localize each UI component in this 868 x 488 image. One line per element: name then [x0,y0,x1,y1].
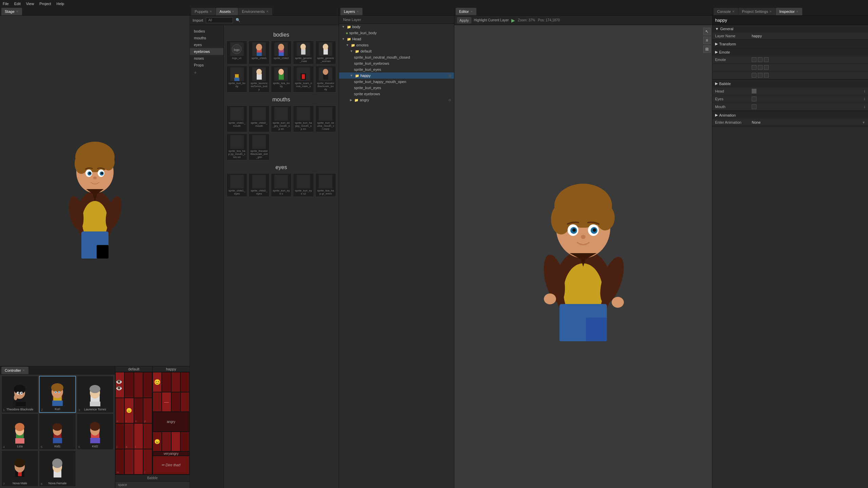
emote-checkbox-2[interactable] [758,57,763,62]
tool-grid[interactable]: ⊞ [703,45,711,53]
layer-sprite-kuri-body[interactable]: ■ sprite_kuri_body [339,30,454,36]
layer-default-emote[interactable]: ▼ 📁 default [339,48,454,54]
sidebar-item-props[interactable]: Props [190,62,223,68]
new-layer-button[interactable]: New Layer [342,17,362,22]
layer-happy-eyes[interactable]: sprite_kuri_eyes [339,85,454,91]
layer-emotes[interactable]: ▼ 📁 emotes [339,42,454,48]
asset-kuri-eyes[interactable]: sprite_kuri_eye s [271,173,292,197]
layer-eyes-default[interactable]: sprite_kuri_eyes [339,66,454,73]
asset-sprite-liza-body[interactable]: sprite_liza_body [271,66,292,93]
layer-happy-mouth[interactable]: sprite_kuri_happy_mouth_open [339,79,454,85]
stage-tab-close-icon[interactable]: ✕ [16,10,19,13]
menu-project[interactable]: Project [39,2,51,6]
asset-child1-mouth[interactable]: sprite_child1_mouth [226,105,247,132]
tab-project-settings[interactable]: Project Settings ✕ [738,8,775,15]
tab-controller[interactable]: Controller ✕ [1,367,28,374]
asset-liza-mouth[interactable]: sprite_liza_hap py_mouth_clos ed [226,134,247,160]
sidebar-item-bodies[interactable]: bodies [190,28,223,35]
asset-sprite-generic-woman[interactable]: sprite_generic_woman [315,41,336,64]
controller-cell-4[interactable]: Liza 4 [1,413,38,450]
puppets-tab-close-icon[interactable]: ✕ [210,10,212,13]
asset-sprite-laurence-body[interactable]: sprite_laurenceaTorres_body [249,66,269,93]
layer-happy-eyebrows[interactable]: sprite eyebrows [339,91,454,97]
inspector-transform-header[interactable]: ▶ Transform [712,40,868,48]
asset-sprite-kuri-body[interactable]: sprite_kuri_body [226,66,247,93]
tab-editor[interactable]: Editor ✕ [456,8,476,15]
assets-tab-close-icon[interactable]: ✕ [232,10,235,13]
layer-settings-angry[interactable]: ⚙ [448,98,451,102]
emote-checkbox-8[interactable] [758,73,763,78]
menu-file[interactable]: File [3,2,9,6]
menu-edit[interactable]: Edit [14,2,21,6]
controller-cell-6[interactable]: Kid2 6 [77,413,114,450]
layer-angry-emote[interactable]: ▶ 📁 angry ⚙ [339,97,454,103]
layer-settings-happy[interactable]: ⚙ [448,74,451,78]
emote-checkbox-5[interactable] [758,65,763,70]
sidebar-item-eyes[interactable]: eyes [190,41,223,48]
inspector-tab-close-icon[interactable]: ✕ [796,10,799,13]
emote-checkbox-7[interactable] [752,73,756,78]
tab-assets[interactable]: Assets ✕ [216,8,238,15]
inspector-emote-header[interactable]: ▶ Emote [712,48,868,56]
controller-cell-1[interactable]: Theodore Blackvale 1 [1,376,38,413]
asset-sprite-child1[interactable]: sprite_child1 [249,41,269,64]
layer-neutral-mouth[interactable]: sprite_kuri_neutral_mouth_closed [339,54,454,60]
asset-child2-mouth[interactable]: sprite_child2_mouth [249,105,269,132]
tab-environments[interactable]: Environments ✕ [238,8,272,15]
controller-cell-5[interactable]: Kid1 5 [39,413,76,450]
emote-checkbox-9[interactable] [764,73,769,78]
inspector-animation-header[interactable]: ▶ Animation [712,111,868,119]
asset-sprite-theodor-body[interactable]: sprite_theodorBlackvale_body [315,66,336,93]
sidebar-item-eyebrows[interactable]: eyebrows [190,48,223,55]
tab-inspector[interactable]: Inspector ✕ [776,8,802,15]
tool-pointer[interactable]: ↖ [703,28,711,35]
tab-console[interactable]: Console ✕ [714,8,738,15]
eyes-info-icon[interactable]: ℹ [864,97,865,101]
controller-cell-7[interactable]: Nova Male 7 [1,450,38,487]
asset-sprite-child2[interactable]: sprite_child2 [271,41,292,64]
asset-sprite-generic-male[interactable]: sprite_generic_male [293,41,314,64]
menu-view[interactable]: View [26,2,34,6]
menu-help[interactable]: Help [57,2,64,6]
layers-tab-close-icon[interactable]: ✕ [356,10,359,13]
inspector-general-header[interactable]: ▼ General [712,25,868,33]
asset-kuri-happy-mouth[interactable]: sprite_kuri_ha ppy_mouth_op en [293,105,314,132]
tab-layers[interactable]: Layers ✕ [340,8,362,15]
layer-head[interactable]: ▼ 📁 Head [339,36,454,42]
emote-checkbox-4[interactable] [752,65,756,70]
mouth-info-icon[interactable]: ℹ [864,105,865,109]
sidebar-item-noses[interactable]: noses [190,55,223,62]
controller-cell-3[interactable]: Laurence Torres 3 [77,376,114,413]
asset-theodor-mouth[interactable]: sprite_theodorBlackvale_evil_grin [249,134,269,160]
controller-cell-2[interactable]: Kuri 2 [39,376,76,413]
inspector-babble-header[interactable]: ▶ Babble [712,80,868,87]
emote-checkbox-3[interactable] [764,57,769,62]
apply-button[interactable]: Apply [457,17,471,23]
tool-layer[interactable]: ≡ [703,37,711,44]
console-tab-close-icon[interactable]: ✕ [732,10,735,13]
layer-happy-emote[interactable]: ▼ 📁 happy ⚙ [339,73,454,79]
layer-body[interactable]: ▼ 📁 body [339,24,454,30]
inspector-header-input[interactable] [712,16,868,25]
emote-checkbox-6[interactable] [764,65,769,70]
assets-search-input[interactable] [206,17,233,23]
layer-eyebrows-default[interactable]: sprite_kuri_eyebrows [339,60,454,66]
tab-stage[interactable]: Stage ✕ [1,8,22,15]
controller-tab-close-icon[interactable]: ✕ [22,369,25,372]
asset-kuri-eyes2[interactable]: sprite_kuri_eye s2 [293,173,314,197]
asset-sprite-team-nova-male[interactable]: sprite_team_nova_male_s [293,66,314,93]
asset-kuri-angry-mouth[interactable]: sprite_kuri_an_gry_mouth_op en [271,105,292,132]
asset-child1-eyes[interactable]: sprite_child1_eyes [226,173,247,197]
editor-tab-close-icon[interactable]: ✕ [470,10,473,13]
tab-puppets[interactable]: Puppets ✕ [191,8,216,15]
asset-logo-v1[interactable]: logo logo_v1 [226,41,247,64]
sidebar-item-mouths[interactable]: mouths [190,35,223,41]
sidebar-item-add[interactable]: + [190,68,223,77]
asset-child2-eyes[interactable]: sprite_child2_eyes [249,173,269,197]
asset-kuri-neutral-mouth[interactable]: sprite_kuri_ne utral_mouth_cl osed [315,105,336,132]
asset-liza-eyes[interactable]: sprite_liza_hap gr_emm [315,173,336,197]
play-button[interactable]: ▶ [511,18,515,23]
environments-tab-close-icon[interactable]: ✕ [266,10,269,13]
emote-checkbox-1[interactable] [752,57,756,62]
head-checkbox[interactable] [752,89,756,94]
